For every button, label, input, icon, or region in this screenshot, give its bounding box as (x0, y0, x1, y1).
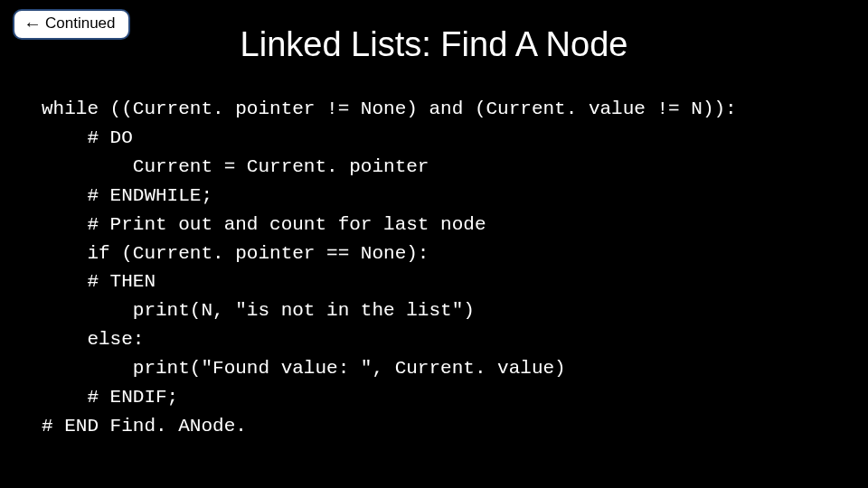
code-line: if (Current. pointer == None): (42, 243, 429, 264)
page-title: Linked Lists: Find A Node (0, 25, 868, 64)
code-line: # Print out and count for last node (42, 214, 486, 235)
code-line: else: (42, 329, 144, 350)
code-line: # END Find. ANode. (42, 416, 247, 436)
code-line: print(N, "is not in the list") (42, 300, 475, 321)
code-line: # ENDIF; (42, 387, 178, 408)
code-line: while ((Current. pointer != None) and (C… (42, 99, 737, 119)
code-line: print("Found value: ", Current. value) (42, 358, 566, 379)
code-line: Current = Current. pointer (42, 156, 429, 177)
code-line: # THEN (42, 271, 156, 292)
code-line: # DO (42, 127, 133, 148)
code-line: # ENDWHILE; (42, 185, 212, 206)
code-block: while ((Current. pointer != None) and (C… (42, 95, 737, 441)
